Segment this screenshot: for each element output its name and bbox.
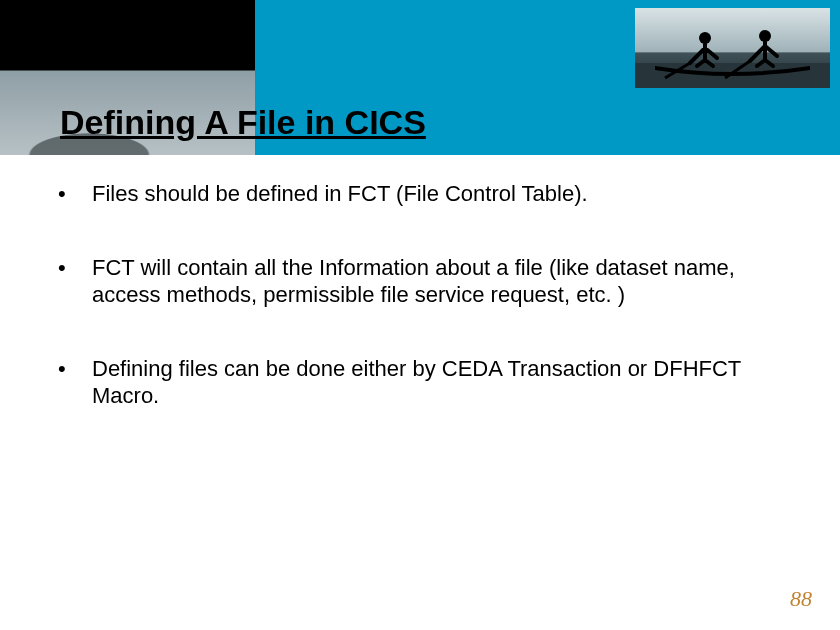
bullet-item: Defining files can be done either by CED… (52, 355, 782, 410)
slide: Defining A File in CICS Files should be … (0, 0, 840, 630)
slide-body: Files should be defined in FCT (File Con… (52, 180, 782, 456)
page-number: 88 (790, 586, 812, 612)
banner-right-image (635, 8, 830, 88)
rowers-silhouette-icon (635, 8, 830, 88)
slide-title: Defining A File in CICS (60, 103, 426, 142)
bullet-item: Files should be defined in FCT (File Con… (52, 180, 782, 208)
bullet-item: FCT will contain all the Information abo… (52, 254, 782, 309)
bullet-list: Files should be defined in FCT (File Con… (52, 180, 782, 410)
